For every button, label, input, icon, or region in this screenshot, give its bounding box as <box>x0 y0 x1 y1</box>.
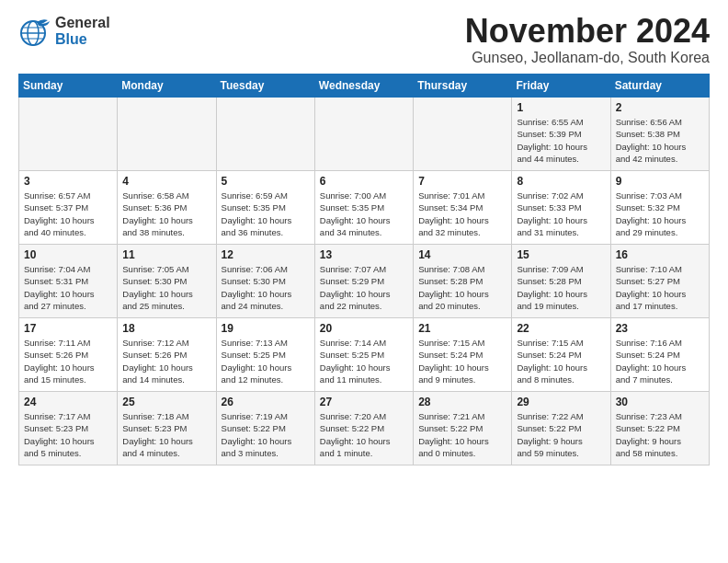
calendar-cell: 1Sunrise: 6:55 AM Sunset: 5:39 PM Daylig… <box>512 98 610 171</box>
day-info: Sunrise: 7:15 AM Sunset: 5:24 PM Dayligh… <box>418 337 506 385</box>
title-area: November 2024 Gunseo, Jeollanam-do, Sout… <box>465 15 710 66</box>
day-info: Sunrise: 7:08 AM Sunset: 5:28 PM Dayligh… <box>418 263 506 312</box>
calendar-cell <box>216 98 314 171</box>
day-number: 20 <box>320 322 408 335</box>
calendar-cell <box>118 98 216 171</box>
day-info: Sunrise: 7:19 AM Sunset: 5:22 PM Dayligh… <box>222 410 310 459</box>
calendar-cell: 4Sunrise: 6:58 AM Sunset: 5:36 PM Daylig… <box>118 171 216 245</box>
day-info: Sunrise: 7:09 AM Sunset: 5:28 PM Dayligh… <box>517 263 605 312</box>
week-row-4: 17Sunrise: 7:11 AM Sunset: 5:26 PM Dayli… <box>19 318 710 392</box>
day-number: 13 <box>320 248 408 261</box>
day-number: 8 <box>517 175 605 188</box>
calendar-cell: 25Sunrise: 7:18 AM Sunset: 5:23 PM Dayli… <box>118 392 216 465</box>
day-info: Sunrise: 7:07 AM Sunset: 5:29 PM Dayligh… <box>320 263 408 312</box>
month-title: November 2024 <box>465 15 710 48</box>
day-info: Sunrise: 6:59 AM Sunset: 5:35 PM Dayligh… <box>222 190 310 238</box>
calendar-cell: 23Sunrise: 7:16 AM Sunset: 5:24 PM Dayli… <box>610 318 709 392</box>
day-number: 2 <box>616 101 704 114</box>
day-number: 1 <box>517 101 605 114</box>
day-number: 26 <box>222 396 310 408</box>
day-info: Sunrise: 6:57 AM Sunset: 5:37 PM Dayligh… <box>24 190 112 238</box>
calendar-cell: 11Sunrise: 7:05 AM Sunset: 5:30 PM Dayli… <box>118 245 216 318</box>
day-number: 14 <box>418 248 506 261</box>
day-number: 19 <box>222 322 310 335</box>
calendar-cell: 30Sunrise: 7:23 AM Sunset: 5:22 PM Dayli… <box>610 392 709 465</box>
day-info: Sunrise: 7:06 AM Sunset: 5:30 PM Dayligh… <box>222 263 310 312</box>
weekday-header-saturday: Saturday <box>610 75 709 98</box>
day-number: 17 <box>24 322 112 335</box>
day-info: Sunrise: 7:04 AM Sunset: 5:31 PM Dayligh… <box>24 263 112 312</box>
calendar-cell: 7Sunrise: 7:01 AM Sunset: 5:34 PM Daylig… <box>414 171 512 245</box>
day-number: 25 <box>122 396 210 408</box>
day-number: 16 <box>616 248 704 261</box>
day-info: Sunrise: 6:58 AM Sunset: 5:36 PM Dayligh… <box>122 190 210 238</box>
weekday-header-monday: Monday <box>118 75 216 98</box>
day-info: Sunrise: 7:18 AM Sunset: 5:23 PM Dayligh… <box>122 410 210 459</box>
calendar-cell: 16Sunrise: 7:10 AM Sunset: 5:27 PM Dayli… <box>610 245 709 318</box>
day-info: Sunrise: 7:21 AM Sunset: 5:22 PM Dayligh… <box>418 410 506 459</box>
calendar-cell: 29Sunrise: 7:22 AM Sunset: 5:22 PM Dayli… <box>512 392 610 465</box>
calendar-cell: 21Sunrise: 7:15 AM Sunset: 5:24 PM Dayli… <box>414 318 512 392</box>
calendar-cell: 24Sunrise: 7:17 AM Sunset: 5:23 PM Dayli… <box>19 392 118 465</box>
calendar-cell: 17Sunrise: 7:11 AM Sunset: 5:26 PM Dayli… <box>19 318 118 392</box>
weekday-header-friday: Friday <box>512 75 610 98</box>
day-info: Sunrise: 7:17 AM Sunset: 5:23 PM Dayligh… <box>24 410 112 459</box>
day-info: Sunrise: 7:05 AM Sunset: 5:30 PM Dayligh… <box>122 263 210 312</box>
calendar-cell: 13Sunrise: 7:07 AM Sunset: 5:29 PM Dayli… <box>314 245 413 318</box>
calendar-cell <box>314 98 413 171</box>
weekday-header-tuesday: Tuesday <box>216 75 314 98</box>
week-row-1: 1Sunrise: 6:55 AM Sunset: 5:39 PM Daylig… <box>19 98 710 171</box>
day-info: Sunrise: 7:03 AM Sunset: 5:32 PM Dayligh… <box>616 190 704 238</box>
calendar-cell: 5Sunrise: 6:59 AM Sunset: 5:35 PM Daylig… <box>216 171 314 245</box>
day-info: Sunrise: 7:12 AM Sunset: 5:26 PM Dayligh… <box>122 337 210 385</box>
day-number: 5 <box>222 175 310 188</box>
day-number: 9 <box>616 175 704 188</box>
day-number: 22 <box>517 322 605 335</box>
week-row-3: 10Sunrise: 7:04 AM Sunset: 5:31 PM Dayli… <box>19 245 710 318</box>
calendar-cell: 22Sunrise: 7:15 AM Sunset: 5:24 PM Dayli… <box>512 318 610 392</box>
calendar-cell: 14Sunrise: 7:08 AM Sunset: 5:28 PM Dayli… <box>414 245 512 318</box>
calendar-table: SundayMondayTuesdayWednesdayThursdayFrid… <box>18 74 710 465</box>
day-info: Sunrise: 7:20 AM Sunset: 5:22 PM Dayligh… <box>320 410 408 459</box>
calendar-cell: 12Sunrise: 7:06 AM Sunset: 5:30 PM Dayli… <box>216 245 314 318</box>
day-number: 30 <box>616 396 704 408</box>
calendar-cell: 15Sunrise: 7:09 AM Sunset: 5:28 PM Dayli… <box>512 245 610 318</box>
day-info: Sunrise: 7:16 AM Sunset: 5:24 PM Dayligh… <box>616 337 704 385</box>
calendar-cell: 27Sunrise: 7:20 AM Sunset: 5:22 PM Dayli… <box>314 392 413 465</box>
day-number: 28 <box>418 396 506 408</box>
day-info: Sunrise: 7:10 AM Sunset: 5:27 PM Dayligh… <box>616 263 704 312</box>
day-info: Sunrise: 7:00 AM Sunset: 5:35 PM Dayligh… <box>320 190 408 238</box>
day-number: 18 <box>122 322 210 335</box>
day-number: 15 <box>517 248 605 261</box>
day-info: Sunrise: 7:01 AM Sunset: 5:34 PM Dayligh… <box>418 190 506 238</box>
logo: General Blue <box>18 15 110 48</box>
day-info: Sunrise: 7:22 AM Sunset: 5:22 PM Dayligh… <box>517 410 605 459</box>
day-number: 10 <box>24 248 112 261</box>
calendar-cell: 19Sunrise: 7:13 AM Sunset: 5:25 PM Dayli… <box>216 318 314 392</box>
day-number: 23 <box>616 322 704 335</box>
week-row-5: 24Sunrise: 7:17 AM Sunset: 5:23 PM Dayli… <box>19 392 710 465</box>
day-number: 11 <box>122 248 210 261</box>
day-number: 21 <box>418 322 506 335</box>
location-subtitle: Gunseo, Jeollanam-do, South Korea <box>465 50 710 66</box>
weekday-header-row: SundayMondayTuesdayWednesdayThursdayFrid… <box>19 75 710 98</box>
weekday-header-wednesday: Wednesday <box>314 75 413 98</box>
day-info: Sunrise: 7:02 AM Sunset: 5:33 PM Dayligh… <box>517 190 605 238</box>
day-number: 29 <box>517 396 605 408</box>
logo-icon <box>18 15 51 48</box>
day-number: 4 <box>122 175 210 188</box>
page-header: General Blue November 2024 Gunseo, Jeoll… <box>18 15 710 66</box>
day-info: Sunrise: 7:15 AM Sunset: 5:24 PM Dayligh… <box>517 337 605 385</box>
day-info: Sunrise: 7:11 AM Sunset: 5:26 PM Dayligh… <box>24 337 112 385</box>
logo-text: General Blue <box>55 15 110 47</box>
calendar-cell: 8Sunrise: 7:02 AM Sunset: 5:33 PM Daylig… <box>512 171 610 245</box>
day-info: Sunrise: 7:23 AM Sunset: 5:22 PM Dayligh… <box>616 410 704 459</box>
calendar-cell: 26Sunrise: 7:19 AM Sunset: 5:22 PM Dayli… <box>216 392 314 465</box>
day-info: Sunrise: 7:13 AM Sunset: 5:25 PM Dayligh… <box>222 337 310 385</box>
calendar-cell: 20Sunrise: 7:14 AM Sunset: 5:25 PM Dayli… <box>314 318 413 392</box>
day-info: Sunrise: 6:56 AM Sunset: 5:38 PM Dayligh… <box>616 116 704 165</box>
week-row-2: 3Sunrise: 6:57 AM Sunset: 5:37 PM Daylig… <box>19 171 710 245</box>
calendar-cell <box>414 98 512 171</box>
calendar-cell: 28Sunrise: 7:21 AM Sunset: 5:22 PM Dayli… <box>414 392 512 465</box>
day-number: 7 <box>418 175 506 188</box>
